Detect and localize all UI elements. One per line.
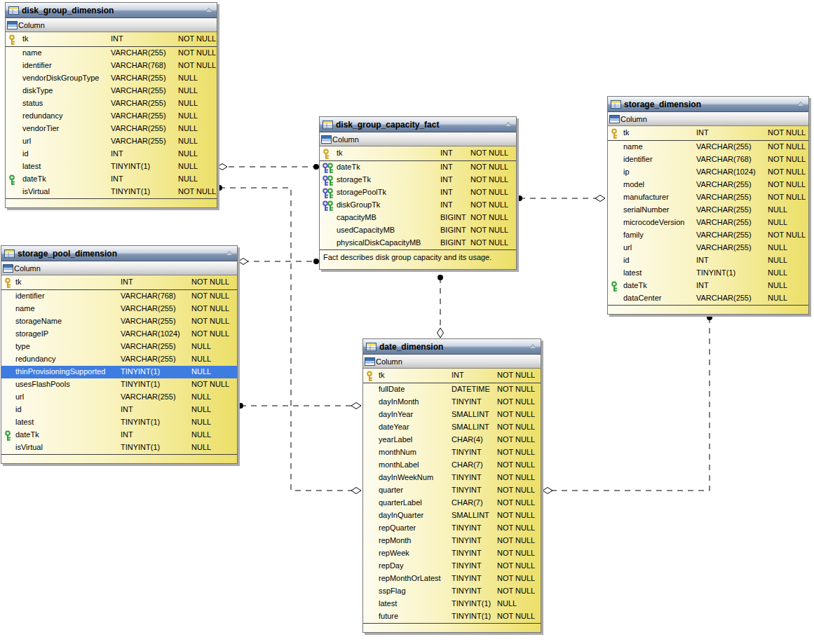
column-row-name[interactable]: nameVARCHAR(255)NOT NULL [608, 141, 808, 153]
column-type: VARCHAR(255) [111, 86, 166, 95]
table-header[interactable]: disk_group_dimension [6, 3, 217, 18]
relationship-disk_group_capacity_fact-storage_dimension[interactable] [517, 196, 605, 202]
column-row-fullDate[interactable]: fullDateDATETIMENOT NULL [363, 383, 541, 396]
column-row-usedCapacityMB[interactable]: usedCapacityMBBIGINTNOT NULL [320, 224, 516, 237]
column-row-dayInQuarter[interactable]: dayInQuarterSMALLINTNOT NULL [363, 509, 541, 522]
collapse-icon[interactable] [204, 6, 214, 14]
column-row-id[interactable]: idINTNULL [1, 404, 237, 416]
column-row-status[interactable]: statusVARCHAR(255)NULL [6, 97, 217, 110]
relationship-storage_pool_dimension-disk_group_capacity_fact[interactable] [238, 259, 319, 265]
column-row-physicalDiskCapacityMB[interactable]: physicalDiskCapacityMBBIGINTNOT NULL [320, 237, 516, 249]
column-section-header[interactable]: Column [363, 355, 541, 369]
column-row-redundancy[interactable]: redundancyVARCHAR(255)NULL [1, 353, 237, 366]
column-row-repMonth[interactable]: repMonthTINYINTNOT NULL [363, 535, 541, 547]
column-row-sspFlag[interactable]: sspFlagTINYINTNOT NULL [363, 585, 541, 598]
relationship-disk_group_capacity_fact-date_dimension[interactable] [437, 275, 444, 338]
column-row-id[interactable]: idINTNULL [608, 254, 808, 267]
column-row-thinProvisioningSupported[interactable]: thinProvisioningSupportedTINYINT(1)NULL [1, 366, 237, 378]
column-row-model[interactable]: modelVARCHAR(255)NOT NULL [608, 179, 808, 191]
column-row-quarter[interactable]: quarterTINYINTNOT NULL [363, 484, 541, 497]
column-row-latest[interactable]: latestTINYINT(1)NULL [608, 267, 808, 280]
column-row-capacityMB[interactable]: capacityMBBIGINTNOT NULL [320, 212, 516, 224]
column-row-usesFlashPools[interactable]: usesFlashPoolsTINYINT(1)NOT NULL [1, 378, 237, 391]
table-date_dimension[interactable]: date_dimensionColumntkINTNOT NULLfullDat… [362, 338, 541, 633]
column-row-redundancy[interactable]: redundancyVARCHAR(255)NULL [6, 110, 217, 123]
collapse-icon[interactable] [528, 343, 538, 350]
column-row-latest[interactable]: latestTINYINT(1)NULL [363, 598, 541, 610]
column-row-type[interactable]: typeVARCHAR(255)NULL [1, 341, 237, 353]
table-disk_group_capacity_fact[interactable]: disk_group_capacity_factColumntkINTNOT N… [319, 116, 517, 270]
column-row-monthLabel[interactable]: monthLabelCHAR(7)NOT NULL [363, 459, 541, 472]
table-header[interactable]: date_dimension [363, 339, 541, 355]
column-row-url[interactable]: urlVARCHAR(255)NULL [608, 242, 808, 254]
column-row-id[interactable]: idINTNULL [6, 148, 217, 160]
table-title: storage_pool_dimension [18, 249, 224, 259]
column-row-latest[interactable]: latestTINYINT(1)NULL [1, 416, 237, 429]
column-row-monthNum[interactable]: monthNumTINYINTNOT NULL [363, 446, 541, 459]
column-row-identifier[interactable]: identifierVARCHAR(768)NOT NULL [1, 290, 237, 303]
column-section-header[interactable]: Column [6, 18, 217, 32]
column-row-dateTk[interactable]: dateTkINTNULL [1, 429, 237, 441]
column-row-repQuarter[interactable]: repQuarterTINYINTNOT NULL [363, 522, 541, 535]
column-row-name[interactable]: nameVARCHAR(255)NOT NULL [6, 47, 217, 60]
column-row-storagePoolTk[interactable]: storagePoolTkINTNOT NULL [320, 186, 516, 199]
collapse-icon[interactable] [796, 100, 806, 108]
column-row-quarterLabel[interactable]: quarterLabelCHAR(7)NOT NULL [363, 497, 541, 509]
table-header[interactable]: storage_dimension [608, 97, 808, 112]
column-row-latest[interactable]: latestTINYINT(1)NULL [6, 160, 217, 173]
table-header[interactable]: storage_pool_dimension [1, 246, 237, 261]
collapse-icon[interactable] [503, 121, 513, 128]
column-row-storageIP[interactable]: storageIPVARCHAR(1024)NOT NULL [1, 328, 237, 341]
collapse-icon[interactable] [224, 249, 234, 257]
relationship-storage_pool_dimension-date_dimension[interactable] [238, 403, 361, 409]
column-row-dateTk[interactable]: dateTkINTNOT NULL [320, 161, 516, 174]
column-row-identifier[interactable]: identifierVARCHAR(768)NOT NULL [6, 60, 217, 72]
table-disk_group_dimension[interactable]: disk_group_dimensionColumntkINTNOT NULLn… [5, 2, 217, 208]
column-row-isVirtual[interactable]: isVirtualTINYINT(1)NOT NULL [6, 186, 217, 198]
column-row-tk[interactable]: tkINTNOT NULL [1, 275, 237, 290]
column-row-isVirtual[interactable]: isVirtualTINYINT(1)NULL [1, 441, 237, 454]
column-row-dataCenter[interactable]: dataCenterVARCHAR(255)NULL [608, 292, 808, 305]
column-section-header[interactable]: Column [1, 261, 237, 275]
column-row-repWeek[interactable]: repWeekTINYINTNOT NULL [363, 547, 541, 560]
column-row-diskGroupTk[interactable]: diskGroupTkINTNOT NULL [320, 199, 516, 212]
column-row-storageTk[interactable]: storageTkINTNOT NULL [320, 174, 516, 186]
table-storage_pool_dimension[interactable]: storage_pool_dimensionColumntkINTNOT NUL… [1, 245, 238, 464]
column-row-name[interactable]: nameVARCHAR(255)NOT NULL [1, 303, 237, 315]
column-row-vendorTier[interactable]: vendorTierVARCHAR(255)NULL [6, 123, 217, 135]
column-row-repDay[interactable]: repDayTINYINTNOT NULL [363, 560, 541, 573]
column-nullable: NOT NULL [497, 448, 535, 456]
column-row-dateYear[interactable]: dateYearSMALLINTNOT NULL [363, 421, 541, 434]
column-row-yearLabel[interactable]: yearLabelCHAR(4)NOT NULL [363, 434, 541, 446]
table-icon [4, 249, 15, 258]
column-row-tk[interactable]: tkINTNOT NULL [608, 126, 808, 141]
relationship-storage_dimension-date_dimension[interactable] [543, 315, 712, 494]
column-row-storageName[interactable]: storageNameVARCHAR(255)NOT NULL [1, 315, 237, 328]
relationship-disk_group_dimension-disk_group_capacity_fact[interactable] [217, 164, 319, 170]
column-row-manufacturer[interactable]: manufacturerVARCHAR(255)NOT NULL [608, 191, 808, 204]
column-type: CHAR(4) [452, 435, 483, 444]
column-row-ip[interactable]: ipVARCHAR(1024)NOT NULL [608, 166, 808, 179]
table-storage_dimension[interactable]: storage_dimensionColumntkINTNOT NULLname… [607, 96, 809, 315]
column-row-identifier[interactable]: identifierVARCHAR(768)NOT NULL [608, 153, 808, 166]
column-row-vendorDiskGroupType[interactable]: vendorDiskGroupTypeVARCHAR(255)NULL [6, 72, 217, 85]
column-row-future[interactable]: futureTINYINT(1)NOT NULL [363, 610, 541, 623]
column-row-url[interactable]: urlVARCHAR(255)NULL [1, 391, 237, 404]
column-row-tk[interactable]: tkINTNOT NULL [6, 32, 217, 47]
column-section-header[interactable]: Column [320, 132, 516, 146]
column-section-header[interactable]: Column [608, 112, 808, 126]
column-row-dateTk[interactable]: dateTkINTNULL [6, 173, 217, 186]
column-row-family[interactable]: familyVARCHAR(255)NOT NULL [608, 229, 808, 242]
column-row-dayInWeekNum[interactable]: dayInWeekNumTINYINTNOT NULL [363, 472, 541, 484]
column-row-dayInYear[interactable]: dayInYearSMALLINTNOT NULL [363, 409, 541, 421]
column-row-diskType[interactable]: diskTypeVARCHAR(255)NULL [6, 85, 217, 97]
column-row-url[interactable]: urlVARCHAR(255)NULL [6, 135, 217, 148]
column-row-serialNumber[interactable]: serialNumberVARCHAR(255)NULL [608, 204, 808, 217]
table-header[interactable]: disk_group_capacity_fact [320, 117, 516, 132]
column-row-dayInMonth[interactable]: dayInMonthTINYINTNOT NULL [363, 396, 541, 409]
column-row-tk[interactable]: tkINTNOT NULL [363, 369, 541, 383]
column-row-tk[interactable]: tkINTNOT NULL [320, 146, 516, 161]
column-row-dateTk[interactable]: dateTkINTNULL [608, 280, 808, 292]
column-row-repMonthOrLatest[interactable]: repMonthOrLatestTINYINTNOT NULL [363, 573, 541, 585]
column-row-microcodeVersion[interactable]: microcodeVersionVARCHAR(255)NULL [608, 217, 808, 229]
